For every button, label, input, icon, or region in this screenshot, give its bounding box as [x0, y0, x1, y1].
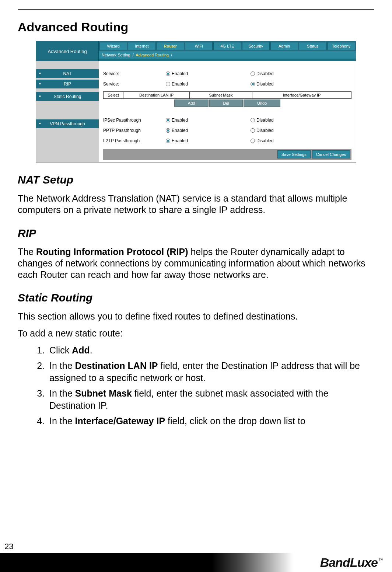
nat-enabled-label: Enabled [172, 71, 188, 76]
rip-enabled-radio[interactable] [166, 82, 170, 86]
router-admin-screenshot: Advanced Routing Wizard Internet Router … [36, 41, 356, 163]
l2tp-row: L2TP Passthrough Enabled Disabled [103, 136, 351, 146]
heading-static-routing: Static Routing [18, 292, 374, 304]
col-select: Select [104, 92, 123, 98]
l2tp-label: L2TP Passthrough [103, 138, 166, 143]
l2tp-disabled-label: Disabled [256, 138, 274, 143]
para-nat: The Network Address Translation (NAT) se… [18, 193, 374, 216]
l2tp-enabled-label: Enabled [172, 138, 188, 143]
tab-4glte[interactable]: 4G LTE [213, 42, 241, 50]
rip-service-row: Service: Enabled Disabled [103, 79, 351, 89]
sidebar-item-rip[interactable]: RIP [36, 79, 99, 89]
cancel-changes-button[interactable]: Cancel Changes [312, 150, 350, 158]
step-1: Click Add. [47, 344, 374, 356]
sidebar-item-static-routing[interactable]: Static Routing [36, 91, 99, 102]
nat-disabled-radio[interactable] [251, 72, 255, 76]
para-rip: The Routing Information Protocol (RIP) h… [18, 246, 374, 281]
pptp-disabled-label: Disabled [256, 128, 274, 133]
nat-service-row: Service: Enabled Disabled [103, 69, 351, 79]
sidebar-item-nat[interactable]: NAT [36, 69, 99, 79]
tab-telephony[interactable]: Telephony [328, 42, 355, 50]
static-route-steps: Click Add. In the Destination LAN IP fie… [37, 344, 374, 427]
ipsec-enabled-label: Enabled [172, 118, 188, 123]
footer-strip: BandLuxe™ [0, 553, 392, 572]
step-4: In the Interface/Gateway IP field, click… [47, 415, 374, 427]
rip-disabled-label: Disabled [256, 81, 274, 87]
step-3: In the Subnet Mask field, enter the subn… [47, 387, 374, 411]
panel-title: Advanced Routing [36, 41, 99, 61]
rip-enabled-label: Enabled [172, 81, 188, 87]
tab-security[interactable]: Security [242, 42, 270, 50]
tab-wizard[interactable]: Wizard [99, 42, 127, 50]
pptp-row: PPTP Passthrough Enabled Disabled [103, 125, 351, 136]
ipsec-row: IPSec Passthrough Enabled Disabled [103, 115, 351, 125]
sidebar-item-vpn-passthrough[interactable]: VPN Passthrough [36, 119, 99, 129]
tab-internet[interactable]: Internet [128, 42, 155, 50]
save-settings-button[interactable]: Save Settings [277, 150, 311, 158]
tab-admin[interactable]: Admin [270, 42, 298, 50]
pptp-label: PPTP Passthrough [103, 128, 166, 133]
tab-status[interactable]: Status [299, 42, 326, 50]
main-panel: Service: Enabled Disabled Service: Enabl… [99, 61, 356, 162]
pptp-enabled-label: Enabled [172, 128, 188, 133]
undo-button[interactable]: Undo [244, 100, 280, 107]
tab-wifi[interactable]: WiFi [185, 42, 213, 50]
para-sr-2: To add a new static route: [18, 328, 374, 339]
top-tabs: Wizard Internet Router WiFi 4G LTE Secur… [99, 41, 356, 51]
table-buttons: Add Del Undo [103, 100, 351, 107]
del-button[interactable]: Del [209, 100, 243, 107]
tab-router[interactable]: Router [157, 42, 184, 50]
col-interface-gateway: Interface/Gateway IP [252, 92, 351, 98]
brand-logo: BandLuxe™ [320, 555, 383, 570]
step-2: In the Destination LAN IP field, enter t… [47, 360, 374, 384]
pptp-enabled-radio[interactable] [166, 128, 170, 133]
pptp-disabled-radio[interactable] [251, 128, 255, 133]
ipsec-enabled-radio[interactable] [166, 118, 170, 122]
breadcrumb-network-setting[interactable]: Network Setting [102, 53, 130, 57]
action-bar: Save Settings Cancel Changes [103, 149, 351, 160]
page-title: Advanced Routing [18, 20, 374, 34]
rip-disabled-radio[interactable] [251, 82, 255, 86]
l2tp-disabled-radio[interactable] [251, 139, 255, 143]
static-route-table: Select Destination LAN IP Subnet Mask In… [103, 91, 351, 99]
ipsec-disabled-label: Disabled [256, 118, 274, 123]
ipsec-label: IPSec Passthrough [103, 118, 166, 123]
add-button[interactable]: Add [174, 100, 209, 107]
nat-enabled-radio[interactable] [166, 72, 170, 76]
nat-disabled-label: Disabled [256, 71, 274, 76]
col-dest-lan-ip: Destination LAN IP [123, 92, 190, 98]
l2tp-enabled-radio[interactable] [166, 139, 170, 143]
col-subnet-mask: Subnet Mask [190, 92, 252, 98]
breadcrumb-advanced-routing[interactable]: Advanced Routing [136, 53, 169, 57]
heading-nat-setup: NAT Setup [18, 174, 374, 186]
rip-service-label: Service: [103, 81, 166, 87]
sidebar: NAT RIP Static Routing VPN Passthrough [36, 61, 99, 162]
ipsec-disabled-radio[interactable] [251, 118, 255, 122]
nat-service-label: Service: [103, 71, 166, 76]
breadcrumb: Network Setting / Advanced Routing / [99, 51, 356, 59]
page-number: 23 [4, 542, 13, 551]
para-sr-1: This section allows you to define fixed … [18, 311, 374, 322]
heading-rip: RIP [18, 227, 374, 240]
